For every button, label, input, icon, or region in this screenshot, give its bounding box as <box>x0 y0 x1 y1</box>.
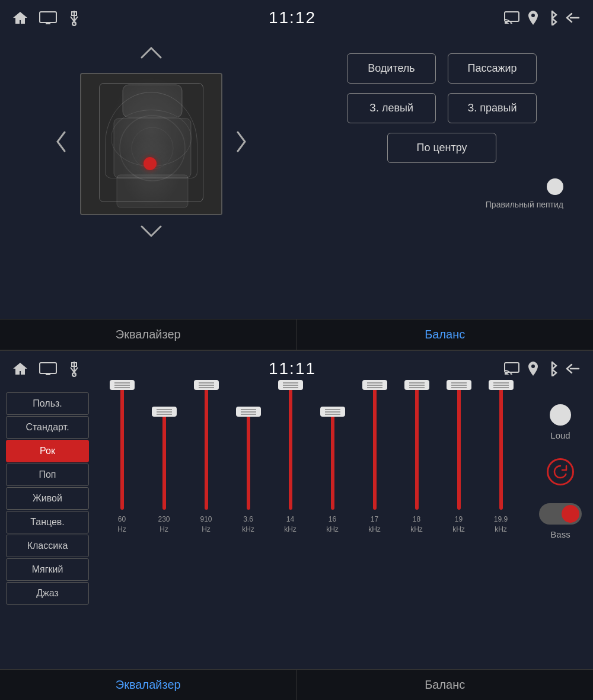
slider-knob-60hz[interactable] <box>110 380 135 390</box>
arrow-right-btn[interactable] <box>228 126 254 162</box>
slider-track-14khz[interactable] <box>289 385 292 510</box>
cast-icon[interactable] <box>504 11 519 24</box>
slider-track-17khz[interactable] <box>373 385 377 510</box>
slider-60hz: 60Hz <box>106 385 139 535</box>
rear-right-btn[interactable]: З. правый <box>448 93 537 123</box>
slider-knob-910hz[interactable] <box>194 380 219 390</box>
slider-knob-17khz[interactable] <box>362 380 387 390</box>
rear-left-btn[interactable]: З. левый <box>347 93 436 123</box>
slider-knob-14khz[interactable] <box>278 380 303 390</box>
eq-sliders: 60Hz 230Hz 910Hz <box>95 392 528 663</box>
slider-knob-18khz[interactable] <box>404 380 429 390</box>
slider-knob-199khz[interactable] <box>489 380 514 390</box>
reset-button[interactable] <box>547 458 574 485</box>
seat-image-row <box>48 73 254 215</box>
bluetooth-icon-2[interactable] <box>547 361 557 376</box>
passenger-btn[interactable]: Пассажир <box>448 53 537 84</box>
eq-right-controls: Loud Bass <box>528 392 593 663</box>
bluetooth-icon[interactable] <box>547 10 557 25</box>
tab-equalizer-top[interactable]: Эквалайзер <box>0 319 297 350</box>
slider-16khz: 16kHz <box>316 412 349 535</box>
svg-text:2: 2 <box>73 22 75 26</box>
bass-label: Bass <box>550 529 570 539</box>
loud-toggle[interactable] <box>550 404 571 426</box>
freq-label-17khz: 17kHz <box>368 514 381 535</box>
seat-btn-row-1: Водитель Пассажир <box>347 53 537 84</box>
preset-soft[interactable]: Мягкий <box>6 558 89 581</box>
slider-knob-36khz[interactable] <box>236 407 261 417</box>
slider-track-16khz[interactable] <box>331 412 334 510</box>
eq-presets: Польз. Стандарт. Рок Поп Живой Танцев. К… <box>0 392 95 663</box>
toggle-dot[interactable] <box>547 178 563 195</box>
freq-label-14khz: 14kHz <box>284 514 296 535</box>
preset-dance[interactable]: Танцев. <box>6 511 89 533</box>
slider-36khz: 3.6kHz <box>232 412 265 535</box>
status-right-icons <box>504 10 581 25</box>
bottom-tab-bar: Эквалайзер Баланс <box>0 669 593 700</box>
seat-panel <box>18 41 285 247</box>
chevron-down-btn[interactable] <box>127 220 175 247</box>
preset-rock[interactable]: Рок <box>6 440 89 462</box>
bottom-panel: 2 11:11 <box>0 350 593 700</box>
slider-knob-16khz[interactable] <box>320 407 345 417</box>
status-left-icons: 2 <box>12 9 81 26</box>
home-icon-2[interactable] <box>12 362 28 376</box>
usb-icon-2[interactable]: 2 <box>68 360 81 377</box>
seat-btn-row-2: З. левый З. правый <box>347 93 537 123</box>
driver-btn[interactable]: Водитель <box>347 53 436 84</box>
home-icon[interactable] <box>12 11 28 25</box>
bottom-status-right <box>504 361 581 376</box>
top-status-bar: 2 11:12 <box>0 0 593 36</box>
screen-icon[interactable] <box>39 11 57 24</box>
tab-equalizer-top-label: Эквалайзер <box>116 328 181 341</box>
screen-icon-2[interactable] <box>39 362 57 375</box>
preset-classic[interactable]: Классика <box>6 535 89 557</box>
chevron-up-btn[interactable] <box>127 41 175 68</box>
svg-rect-8 <box>117 175 188 207</box>
slider-track-36khz[interactable] <box>247 412 250 510</box>
preset-live[interactable]: Живой <box>6 487 89 510</box>
preset-pop[interactable]: Поп <box>6 464 89 486</box>
slider-knob-19khz[interactable] <box>447 380 471 390</box>
top-panel: 2 11:12 <box>0 0 593 350</box>
freq-label-230hz: 230Hz <box>158 514 170 535</box>
svg-rect-1 <box>46 23 50 24</box>
top-main-content: Водитель Пассажир З. левый З. правый По … <box>0 36 593 252</box>
slider-track-19khz[interactable] <box>457 385 461 510</box>
bass-toggle[interactable] <box>539 503 582 525</box>
slider-track-230hz[interactable] <box>162 412 166 510</box>
freq-label-19khz: 19kHz <box>452 514 465 535</box>
location-icon-2[interactable] <box>528 361 538 376</box>
cast-icon-2[interactable] <box>504 362 519 375</box>
usb-icon[interactable]: 2 <box>68 9 81 26</box>
preset-standard[interactable]: Стандарт. <box>6 416 89 439</box>
seat-image <box>80 73 222 215</box>
svg-rect-12 <box>46 373 50 375</box>
arrow-left-btn[interactable] <box>48 126 74 162</box>
back-icon[interactable] <box>566 11 581 24</box>
slider-230hz: 230Hz <box>148 412 181 535</box>
slider-track-18khz[interactable] <box>415 385 419 510</box>
toggle-label: Правильный пептид <box>486 200 563 209</box>
loud-label: Loud <box>550 430 570 440</box>
slider-track-199khz[interactable] <box>499 385 503 510</box>
tab-balance-bottom[interactable]: Баланс <box>297 670 594 700</box>
back-icon-2[interactable] <box>566 362 581 375</box>
seat-position-dot <box>144 157 157 170</box>
tab-balance-top-label: Баланс <box>425 328 465 341</box>
center-btn[interactable]: По центру <box>387 133 496 163</box>
location-icon[interactable] <box>528 10 538 25</box>
preset-user[interactable]: Польз. <box>6 392 89 415</box>
slider-910hz: 910Hz <box>190 385 223 535</box>
tab-balance-top[interactable]: Баланс <box>297 319 594 350</box>
tab-equalizer-bottom-label: Эквалайзер <box>116 678 181 692</box>
preset-jazz[interactable]: Джаз <box>6 582 89 605</box>
bottom-time: 11:11 <box>269 359 316 378</box>
tab-equalizer-bottom[interactable]: Эквалайзер <box>0 670 297 700</box>
bottom-status-left: 2 <box>12 360 81 377</box>
slider-track-60hz[interactable] <box>120 385 124 510</box>
top-tab-bar: Эквалайзер Баланс <box>0 319 593 350</box>
slider-track-910hz[interactable] <box>205 385 208 510</box>
slider-knob-230hz[interactable] <box>152 407 177 417</box>
tab-balance-bottom-label: Баланс <box>425 678 465 692</box>
